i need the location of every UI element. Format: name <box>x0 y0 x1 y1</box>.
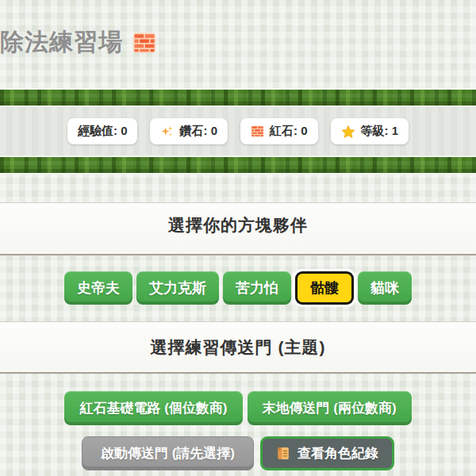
stat-diamond-text: 鑽石: 0 <box>179 124 217 139</box>
stat-exp-badge: 經驗值: 0 <box>67 118 138 144</box>
sparkles-icon <box>160 125 174 138</box>
stat-level-badge: 等級: 1 <box>331 118 409 144</box>
portal-button-row: 紅石基礎電路 (個位數商) 末地傳送門 (兩位數商) <box>0 391 476 425</box>
page-title: 除法練習場 <box>0 26 156 59</box>
activate-portal-button[interactable]: 啟動傳送門 (請先選擇) <box>82 436 254 470</box>
stat-level-text: 等級: 1 <box>361 124 399 139</box>
stat-diamond-badge: 鑽石: 0 <box>150 118 228 144</box>
scroll-icon <box>276 446 291 461</box>
stat-redstone-text: 紅石: 0 <box>270 124 308 139</box>
portal-section-heading: 選擇練習傳送門 (主題) <box>151 336 326 359</box>
portal-section-header: 選擇練習傳送門 (主題) <box>0 321 476 374</box>
division-practice-page: 除法練習場 經驗值: 0 <box>0 0 476 476</box>
partner-button-row: 史帝夫 艾力克斯 苦力怕 骷髏 貓咪 <box>0 271 476 305</box>
brick-icon <box>132 31 156 55</box>
grass-strip-bottom <box>0 155 476 175</box>
partner-section-heading: 選擇你的方塊夥伴 <box>168 214 308 236</box>
partner-button-creeper[interactable]: 苦力怕 <box>223 271 291 305</box>
view-records-button[interactable]: 查看角色紀錄 <box>260 436 394 470</box>
partner-button-skeleton[interactable]: 骷髏 <box>295 271 354 305</box>
brick-icon <box>251 125 264 138</box>
star-icon <box>341 125 355 139</box>
stat-exp-text: 經驗值: 0 <box>78 124 128 139</box>
partner-button-alex[interactable]: 艾力克斯 <box>136 271 219 305</box>
action-button-row: 啟動傳送門 (請先選擇) 查看角色紀錄 <box>0 436 476 470</box>
portal-button-redstone-circuit[interactable]: 紅石基礎電路 (個位數商) <box>64 391 242 425</box>
portal-button-end-portal[interactable]: 末地傳送門 (兩位數商) <box>248 391 412 425</box>
partner-button-cat[interactable]: 貓咪 <box>358 271 412 305</box>
page-title-text: 除法練習場 <box>0 26 123 59</box>
stats-bar: 經驗值: 0 鑽石: 0 <box>0 107 476 155</box>
view-records-label: 查看角色紀錄 <box>298 444 378 463</box>
partner-section-header: 選擇你的方塊夥伴 <box>0 202 476 255</box>
grass-strip-top <box>0 88 476 107</box>
partner-button-steve[interactable]: 史帝夫 <box>64 271 132 305</box>
stat-redstone-badge: 紅石: 0 <box>240 118 318 144</box>
